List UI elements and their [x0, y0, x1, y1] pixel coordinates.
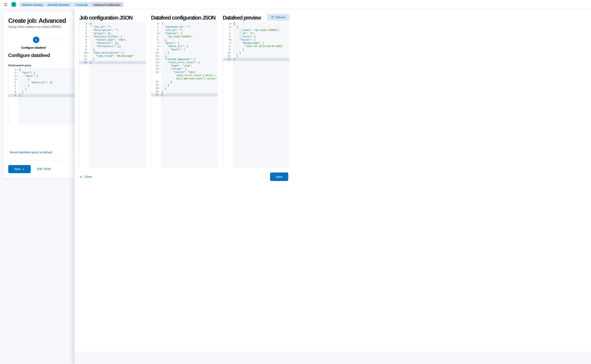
svg-text:Anomaly Detection: Anomaly Detection: [47, 3, 69, 6]
svg-text:Advanced configuration: Advanced configuration: [93, 3, 120, 6]
svg-text:Machine Learning: Machine Learning: [22, 3, 42, 6]
svg-text:Create job: Create job: [76, 3, 88, 6]
